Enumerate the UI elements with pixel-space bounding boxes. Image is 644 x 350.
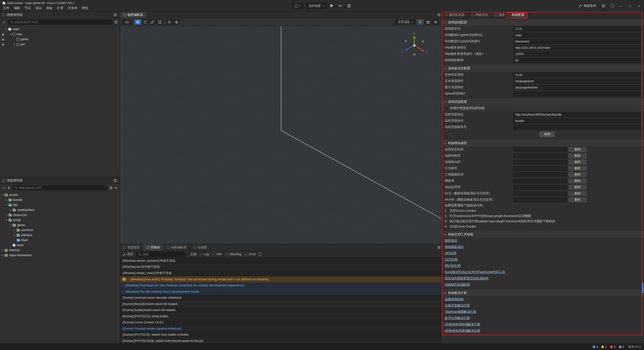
doc-link[interactable]: 战旗游戏框架 [445, 297, 464, 301]
tree-row-common[interactable]: ▸common [0, 228, 120, 233]
doc-link[interactable]: API文档 [445, 251, 456, 255]
log-row[interactable]: [Window] model_view文件夹不存在 [120, 270, 441, 276]
log-row[interactable]: [Scene] [PHYSICS]: using builtin. [120, 313, 441, 320]
package-icon[interactable] [600, 3, 606, 9]
filter-error[interactable]: ✓Error [245, 252, 256, 256]
menu-item-5[interactable]: 扩展 [55, 6, 66, 11]
chevron-down-icon[interactable]: ▾ [5, 204, 8, 206]
tree-row-gui[interactable]: ▸gui [0, 42, 120, 47]
delete-button[interactable]: 删除 [569, 185, 587, 190]
trim-input[interactable] [513, 160, 567, 164]
field-input[interactable] [513, 39, 641, 44]
chevron-right-icon[interactable]: › [128, 278, 129, 281]
field-input[interactable] [513, 91, 641, 96]
menu-item-4[interactable]: 面板 [44, 6, 55, 11]
chevron-down-icon[interactable]: ▾ [9, 224, 12, 226]
checkbox-icon[interactable]: ✓ [212, 253, 215, 256]
chevron-down-icon[interactable]: ▾ [5, 28, 8, 30]
panel-menu-icon[interactable] [114, 180, 117, 181]
delete-button[interactable]: 删除 [569, 179, 587, 183]
trim-input[interactable] [513, 154, 567, 158]
trim-input[interactable] [513, 179, 567, 183]
regex-toggle[interactable]: 正则 [190, 252, 196, 256]
tree-row-main[interactable]: TSMain [0, 238, 120, 243]
filter-icon[interactable] [110, 188, 112, 188]
section-header[interactable]: ∨游戏资源配置 [441, 99, 644, 105]
help-icon[interactable]: ? [610, 4, 614, 8]
checkbox-icon[interactable] [445, 107, 448, 110]
delete-button[interactable]: 删除 [569, 153, 587, 158]
log-row[interactable]: ›[Window] You are running Vue in develop… [120, 289, 441, 295]
delete-button[interactable]: 删除 [569, 191, 587, 196]
doc-link[interactable]: 3D角色扮演游戏解决方案 [445, 329, 480, 333]
log-row[interactable]: [Window] ecs文件夹不存在 [120, 264, 441, 270]
tree-row-seedrandom[interactable]: ▸seedrandom [0, 207, 120, 212]
delete-button[interactable]: 删除 [569, 147, 587, 152]
filter-log[interactable]: ✓Log [199, 252, 209, 256]
hierarchy-search-input[interactable] [15, 20, 110, 24]
render-mode-select[interactable]: 正常渲染 ▾ [395, 19, 416, 25]
tree-row-main[interactable]: main [0, 243, 120, 248]
chevron-right-icon[interactable]: ▸ [5, 214, 8, 216]
chevron-right-icon[interactable]: › [123, 290, 124, 293]
play-button[interactable] [329, 3, 335, 9]
menu-item-1[interactable]: 编辑 [12, 6, 22, 11]
doc-link[interactable]: 动画状态机编辑器 [445, 283, 470, 287]
chevron-right-icon[interactable]: ▸ [1, 254, 4, 256]
maximize-button[interactable]: □ [627, 4, 632, 8]
scene-settings-button[interactable] [432, 19, 439, 25]
move-tool-button[interactable] [135, 19, 141, 25]
tab-build-publish[interactable]: 构建发布 [468, 12, 492, 18]
field-input[interactable] [513, 118, 641, 123]
checkbox-icon[interactable]: ✓ [225, 253, 228, 256]
field-input[interactable] [513, 112, 641, 117]
log-file-icon[interactable] [259, 253, 261, 256]
log-row[interactable]: !›[Window] [Vue warn]: Property "onInput… [120, 276, 441, 283]
delete-button[interactable]: 删除 [569, 166, 587, 171]
console-search-input[interactable] [143, 252, 182, 256]
scene-select[interactable]: 当前场景 ▾ [306, 3, 327, 9]
tree-row-internal[interactable]: ▸internal [0, 248, 120, 253]
field-input[interactable] [513, 58, 641, 63]
filter-warning[interactable]: ✓Warning [225, 252, 241, 256]
build-publish-button[interactable]: 构建发布 [579, 4, 596, 8]
field-input[interactable] [513, 26, 641, 31]
doc-link[interactable]: 全栈开发解决方案 [445, 303, 470, 308]
doc-link[interactable]: MVVM文档 [445, 264, 461, 268]
tab-property-inspector[interactable]: 属性检查器 [441, 12, 468, 18]
coordinate-toggle-button[interactable] [173, 19, 180, 25]
section-header[interactable]: ∨框架文档工具链接 [441, 231, 644, 238]
menu-item-0[interactable]: 文件 [1, 6, 12, 11]
tab-console[interactable]: 控制台 [143, 244, 164, 251]
rect-tool-button[interactable] [156, 19, 163, 25]
sort-icon[interactable] [8, 186, 10, 190]
log-row[interactable]: [Scene] [PHYSICS2D]: switch from box2d-w… [120, 338, 441, 344]
step-button[interactable] [338, 3, 344, 9]
filter-info[interactable]: ✓Info [212, 252, 222, 256]
light-toggle-button[interactable] [417, 19, 423, 25]
doc-link[interactable]: 原生包热更新配置自动生成插件 [445, 276, 489, 281]
clear-console-button[interactable]: 清空 [123, 252, 133, 256]
field-input[interactable] [513, 72, 641, 77]
section-header[interactable]: ∨游戏基础配置 [441, 19, 644, 26]
chevron-down-icon[interactable]: ▾ [1, 194, 4, 196]
section-header[interactable]: ∨框架解决方案 [441, 290, 644, 296]
create-node-button[interactable]: + [2, 20, 6, 24]
section-header[interactable]: ∨游戏多语言配置 [441, 65, 644, 72]
chevron-right-icon[interactable]: ▸ [9, 209, 12, 211]
delete-button[interactable]: 删除 [569, 160, 587, 164]
panel-menu-icon[interactable] [437, 247, 440, 248]
tree-row-assets[interactable]: ▾assets [0, 192, 120, 197]
console-search[interactable] [136, 252, 185, 257]
checkbox-icon[interactable]: ✓ [199, 253, 202, 256]
doc-link[interactable]: ECS文档 [445, 257, 458, 262]
delete-button[interactable]: 删除 [569, 172, 587, 177]
tree-row-game[interactable]: game [0, 37, 120, 42]
menu-item-7[interactable]: 帮助 [80, 6, 91, 11]
panel-menu-icon[interactable] [114, 15, 117, 15]
menu-item-3[interactable]: 项目 [33, 6, 44, 11]
scrollbar-thumb[interactable] [642, 283, 643, 293]
field-input[interactable] [513, 33, 641, 38]
axis-gizmo[interactable]: Y X Z [398, 32, 431, 61]
create-asset-button[interactable]: + [2, 186, 6, 190]
